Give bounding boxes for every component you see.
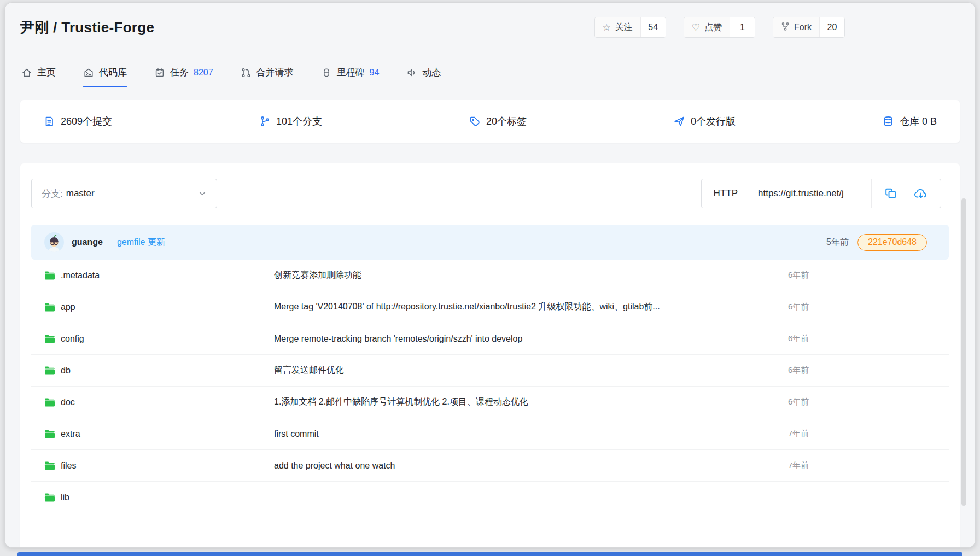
clone-protocol-select[interactable]: HTTP [702,179,750,208]
star-icon: ☆ [603,23,611,32]
stat-repo-size[interactable]: 仓库 0 B [882,115,937,128]
cloud-download-icon[interactable] [913,186,929,201]
commit-message[interactable]: add the project what one watch [274,461,788,471]
praise-button-label: 点赞 [704,22,722,33]
table-row[interactable]: app Merge tag 'V20140708' of http://repo… [31,291,949,323]
code-repo-icon [83,67,94,78]
commit-message[interactable]: Merge tag 'V20140708' of http://reposito… [274,301,788,313]
stat-tags[interactable]: 20个标签 [469,115,527,128]
tab-code-repo[interactable]: 代码库 [83,66,127,87]
commit-message[interactable]: 创新竞赛添加删除功能 [274,270,788,281]
browser-toolbar: 分支: master HTTP https://git.trustie.net/… [31,179,949,208]
commits-icon [43,115,55,127]
task-icon [154,67,165,78]
table-row[interactable]: db 留言发送邮件优化 6年前 [31,355,949,387]
folder-icon [44,430,55,438]
commit-message[interactable]: Merge remote-tracking branch 'remotes/or… [274,334,788,344]
file-list: .metadata 创新竞赛添加删除功能 6年前 app Merge tag '… [31,260,949,513]
branch-icon [259,115,271,127]
tab-tasks[interactable]: 任务 8207 [154,66,213,87]
table-row[interactable]: doc 1.添加文档 2.邮件中缺陷序号计算机制优化 2.项目、课程动态优化 6… [31,387,949,418]
table-row[interactable]: extra first commit 7年前 [31,418,949,450]
home-icon [21,67,32,78]
watch-button[interactable]: ☆ 关注 54 [594,17,666,38]
background-window-edge [18,552,962,556]
table-row[interactable]: config Merge remote-tracking branch 'rem… [31,323,949,355]
latest-commit-bar: guange gemfile 更新 5年前 221e70d648 [31,225,949,260]
tab-milestones[interactable]: 里程碑 94 [321,66,380,87]
branch-selector[interactable]: 分支: master [31,179,217,208]
tag-icon [469,115,481,127]
current-branch: master [66,188,95,199]
stat-releases[interactable]: 0个发行版 [673,115,736,128]
folder-icon [44,461,55,470]
chevron-down-icon [198,189,207,198]
page-title: 尹刚 / Trustie-Forge [20,18,154,37]
commit-message[interactable]: 1.添加文档 2.邮件中缺陷序号计算机制优化 2.项目、课程动态优化 [274,396,788,408]
release-icon [673,115,685,127]
tab-activity[interactable]: 动态 [406,66,441,87]
repo-nav-tabs: 主页 代码库 任务 8207 合并请求 [5,66,975,87]
watch-count[interactable]: 54 [640,17,666,37]
table-row[interactable]: lib [31,482,949,513]
praise-count[interactable]: 1 [730,17,755,37]
tab-home[interactable]: 主页 [21,66,56,87]
commit-message[interactable]: 留言发送邮件优化 [274,365,788,376]
commit-message[interactable]: first commit [274,429,788,439]
folder-icon [44,366,55,375]
repo-size-icon [882,115,894,127]
heart-icon: ♡ [692,23,700,32]
fork-count[interactable]: 20 [819,17,844,37]
file-browser-card: 分支: master HTTP https://git.trustie.net/… [20,163,960,548]
stat-commits[interactable]: 2609个提交 [43,115,112,128]
praise-button[interactable]: ♡ 点赞 1 [684,17,755,38]
scrollbar[interactable] [961,198,966,506]
watch-button-label: 关注 [615,22,633,33]
tasks-count: 8207 [194,68,213,78]
fork-button[interactable]: Fork 20 [773,17,845,38]
folder-icon [44,398,55,407]
fork-button-label: Fork [794,22,812,32]
stat-branches[interactable]: 101个分支 [259,115,322,128]
milestones-count: 94 [370,68,380,78]
commit-time: 5年前 [826,237,849,248]
folder-icon [44,335,55,343]
table-row[interactable]: .metadata 创新竞赛添加删除功能 6年前 [31,260,949,291]
copy-icon[interactable] [884,186,898,201]
commit-hash-badge[interactable]: 221e70d648 [858,234,927,251]
clone-url-field[interactable]: https://git.trustie.net/j [750,179,871,208]
folder-icon [44,493,55,502]
clone-url-group: HTTP https://git.trustie.net/j [701,179,941,208]
fork-icon [781,22,790,33]
folder-icon [44,303,55,312]
page-header: 尹刚 / Trustie-Forge ☆ 关注 54 ♡ 点赞 1 [5,3,975,38]
table-row[interactable]: files add the project what one watch 7年前 [31,450,949,482]
commit-message-link[interactable]: gemfile 更新 [117,237,165,248]
merge-request-icon [241,67,252,78]
tab-merge-requests[interactable]: 合并请求 [241,66,294,87]
avatar[interactable] [44,232,64,252]
folder-icon [44,271,55,280]
commit-author[interactable]: guange [72,237,103,247]
header-actions: ☆ 关注 54 ♡ 点赞 1 [594,17,845,38]
repo-stats-bar: 2609个提交 101个分支 20个标签 0个发行版 [20,100,960,143]
milestone-icon [321,67,332,78]
repo-window: 尹刚 / Trustie-Forge ☆ 关注 54 ♡ 点赞 1 [4,2,976,548]
activity-icon [406,67,417,78]
